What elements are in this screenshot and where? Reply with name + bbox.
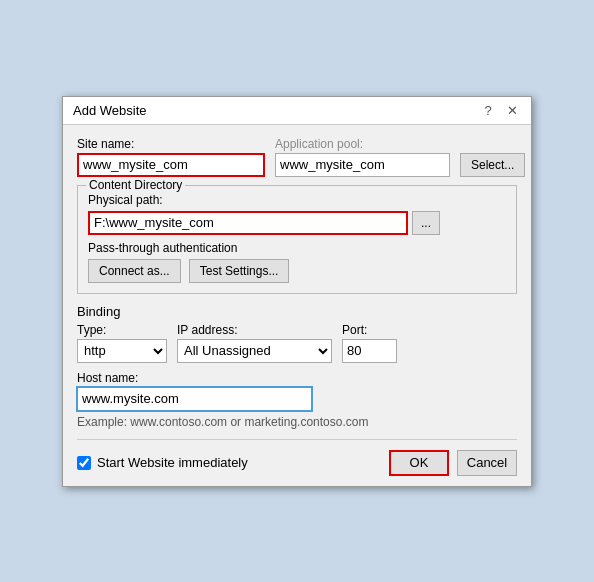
site-name-group: Site name: [77,137,265,177]
footer-row: Start Website immediately OK Cancel [77,450,517,476]
test-settings-button[interactable]: Test Settings... [189,259,290,283]
content-directory-group: Content Directory Physical path: ... Pas… [77,185,517,294]
binding-title: Binding [77,304,517,319]
binding-section: Binding Type: http https ftp IP address:… [77,304,517,429]
port-group: Port: [342,323,397,363]
ip-group: IP address: All Unassigned [177,323,332,363]
physical-path-input[interactable] [88,211,408,235]
passthrough-label: Pass-through authentication [88,241,506,255]
title-bar: Add Website ? ✕ [63,97,531,125]
type-group: Type: http https ftp [77,323,167,363]
port-label: Port: [342,323,397,337]
auth-buttons-row: Connect as... Test Settings... [88,259,506,283]
hostname-label: Host name: [77,371,517,385]
start-website-checkbox-label[interactable]: Start Website immediately [77,455,248,470]
content-directory-title: Content Directory [86,178,185,192]
connect-as-button[interactable]: Connect as... [88,259,181,283]
start-website-label: Start Website immediately [97,455,248,470]
title-bar-controls: ? ✕ [479,103,521,118]
app-pool-group: Application pool: [275,137,450,177]
dialog-title: Add Website [73,103,146,118]
type-label: Type: [77,323,167,337]
hostname-group: Host name: [77,371,517,411]
separator [77,439,517,440]
binding-row: Type: http https ftp IP address: All Una… [77,323,517,363]
browse-button[interactable]: ... [412,211,440,235]
site-name-label: Site name: [77,137,265,151]
site-name-input[interactable] [77,153,265,177]
ip-label: IP address: [177,323,332,337]
ok-button[interactable]: OK [389,450,449,476]
port-input[interactable] [342,339,397,363]
select-button[interactable]: Select... [460,153,525,177]
example-text: Example: www.contoso.com or marketing.co… [77,415,517,429]
add-website-dialog: Add Website ? ✕ Site name: Application p… [62,96,532,487]
cancel-button[interactable]: Cancel [457,450,517,476]
physical-path-row: ... [88,211,506,235]
hostname-input[interactable] [77,387,312,411]
dialog-body: Site name: Application pool: Select... C… [63,125,531,486]
app-pool-input[interactable] [275,153,450,177]
physical-path-label: Physical path: [88,193,163,207]
app-pool-label: Application pool: [275,137,450,151]
type-select[interactable]: http https ftp [77,339,167,363]
site-name-app-pool-row: Site name: Application pool: Select... [77,137,517,177]
ip-select[interactable]: All Unassigned [177,339,332,363]
dialog-buttons: OK Cancel [389,450,517,476]
help-icon[interactable]: ? [479,103,497,118]
close-icon[interactable]: ✕ [503,103,521,118]
start-website-checkbox[interactable] [77,456,91,470]
